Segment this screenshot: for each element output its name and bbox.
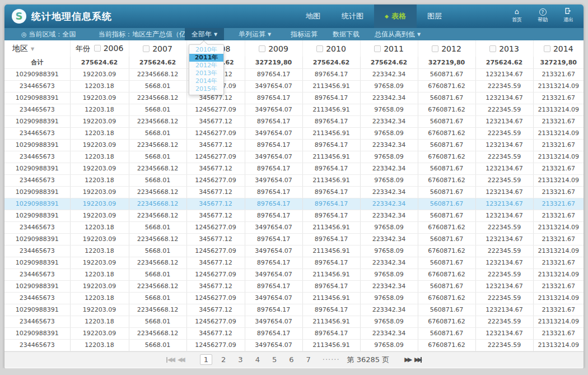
value-cell: 5668.01	[129, 221, 186, 233]
year-checkbox[interactable]	[316, 45, 323, 52]
year-filter-dropdown-button[interactable]: 全部年▼	[185, 28, 224, 40]
year-checkbox[interactable]	[374, 45, 381, 52]
table-row[interactable]: 10290988391192203.0922345668.12345677.12…	[4, 92, 584, 104]
table-row[interactable]: 23446567312203.185668.0112456277.0934976…	[4, 221, 584, 233]
table-row[interactable]: 10290988391192203.0922345668.12345677.12…	[4, 139, 584, 151]
page-number-button[interactable]: 5	[269, 355, 280, 364]
help-button[interactable]: ? 帮助	[533, 7, 552, 23]
home-button[interactable]: ⌂ 首页	[507, 7, 526, 23]
table-row[interactable]: 10290988391192203.0922345668.12345677.12…	[4, 233, 584, 245]
diamond-icon: ◆	[385, 13, 389, 19]
page-number-button[interactable]: 3	[235, 355, 246, 364]
next-page-button[interactable]: ▶▶	[404, 356, 410, 363]
value-cell: 345677.12	[186, 115, 245, 127]
table-row[interactable]: 10290988391192203.0922345668.12345677.12…	[4, 280, 584, 292]
prev-page-button[interactable]: ◀◀	[178, 356, 184, 363]
year-column-header[interactable]: 2014	[533, 40, 584, 57]
page-number-button[interactable]: 7	[302, 355, 314, 364]
value-cell: 345677.12	[186, 198, 245, 210]
region-cell: 234465673	[4, 151, 70, 163]
value-cell: 6760871.62	[418, 316, 475, 327]
year-checkbox[interactable]	[143, 45, 150, 52]
page-number-button[interactable]: 6	[286, 355, 297, 364]
value-cell: 192203.09	[70, 163, 129, 174]
value-cell: 97658.09	[360, 151, 418, 163]
nav-item-table[interactable]: ◆表格	[374, 4, 417, 28]
year-checkbox[interactable]	[259, 45, 265, 52]
app-window: S 统计地理信息系统 地图 统计图 ◆表格 图层 ⌂ 首页 ? 帮助 退出	[4, 4, 584, 368]
value-cell: 1232134.67	[475, 327, 533, 339]
table-row[interactable]: 10290988391192203.0922345668.12345677.12…	[4, 163, 584, 174]
value-cell: 21313214.09	[533, 221, 584, 233]
year-checkbox[interactable]	[489, 45, 496, 52]
home-icon: ⌂	[507, 7, 526, 16]
region-cell: 10290988391	[4, 92, 70, 104]
table-row[interactable]: 10290988391192203.0922345668.12345677.12…	[4, 304, 584, 316]
table-row[interactable]: 10290988391192203.0922345668.12345677.12…	[4, 115, 584, 127]
table-row[interactable]: 10290988391192203.0922345668.12345677.12…	[4, 68, 584, 80]
nav-item-chart[interactable]: 统计图	[331, 4, 374, 28]
table-row[interactable]: 23446567312203.185668.0112456277.0934976…	[4, 127, 584, 139]
table-row[interactable]: 23446567312203.185668.0112456277.0934976…	[4, 268, 584, 280]
table-row[interactable]: 10290988391192203.0922345668.12345677.12…	[4, 198, 584, 210]
menu-sort-order[interactable]: 总值从高到低▼	[375, 28, 421, 40]
year-column-header[interactable]: 2011	[360, 40, 418, 57]
menu-column-operation[interactable]: 单列运算▼	[239, 28, 271, 40]
value-cell: 6760871.62	[418, 151, 475, 163]
value-cell: 897654.17	[302, 280, 360, 292]
table-row[interactable]: 23446567312203.185668.0112456277.0934976…	[4, 151, 584, 163]
table-row[interactable]: 23446567312203.185668.0112456277.0934976…	[4, 104, 584, 115]
region-cell: 10290988391	[4, 257, 70, 268]
last-page-button[interactable]: ▶▶	[414, 356, 422, 363]
year-checkbox[interactable]	[544, 45, 550, 52]
page-number-button[interactable]: 1	[200, 354, 212, 365]
menu-indicator-operation[interactable]: 指标运算	[291, 28, 318, 40]
year-dropdown-option[interactable]: 2013年	[189, 70, 223, 77]
region-cell: 10290988391	[4, 210, 70, 221]
value-cell: 213321.67	[533, 115, 584, 127]
value-cell: 21313214.09	[533, 316, 584, 327]
year-checkbox[interactable]	[432, 45, 438, 52]
table-row[interactable]: 23446567312203.185668.0112456277.0934976…	[4, 339, 584, 351]
year-column-header[interactable]: 2013	[475, 40, 533, 57]
table-row[interactable]: 10290988391192203.0922345668.12345677.12…	[4, 257, 584, 268]
region-column-header[interactable]: 地区▼	[4, 40, 70, 57]
logout-label: 退出	[563, 17, 573, 22]
year-column-header[interactable]: 2010	[302, 40, 360, 57]
total-value-cell: 275624.62	[129, 57, 186, 68]
value-cell: 12456277.09	[186, 174, 245, 186]
year-checkbox[interactable]	[94, 45, 101, 52]
nav-item-layers[interactable]: 图层	[417, 4, 452, 28]
year-text: 2007	[152, 44, 172, 53]
year-dropdown-option[interactable]: 2012年	[189, 62, 223, 70]
table-row[interactable]: 23446567312203.185668.0112456277.0934976…	[4, 292, 584, 304]
value-cell: 560871.67	[418, 257, 475, 268]
year-dropdown-option[interactable]: 2015年	[189, 85, 223, 93]
menu-data-download[interactable]: 数据下载	[333, 28, 360, 40]
table-row[interactable]: 10290988391192203.0922345668.12345677.12…	[4, 210, 584, 221]
logout-button[interactable]: 退出	[559, 7, 578, 23]
table-row[interactable]: 23446567312203.185668.0112456277.0934976…	[4, 174, 584, 186]
year-dropdown-option[interactable]: 2010年	[189, 46, 223, 54]
year-column-header[interactable]: 2009	[245, 40, 302, 57]
data-table: 地区▼ 年份2006200720082009201020112012201320…	[4, 40, 584, 351]
year-column-header[interactable]: 2012	[418, 40, 475, 57]
first-page-button[interactable]: ◀◀	[166, 356, 174, 363]
year-dropdown-option[interactable]: 2014年	[189, 77, 223, 85]
page-number-button[interactable]: 2	[218, 355, 229, 364]
table-row[interactable]: 23446567312203.185668.0112456277.0934976…	[4, 80, 584, 92]
year-column-header[interactable]: 年份2006	[70, 40, 129, 57]
year-dropdown-option[interactable]: 2011年	[189, 54, 223, 62]
table-row[interactable]: 23446567312203.185668.0112456277.0934976…	[4, 316, 584, 327]
region-cell: 10290988391	[4, 186, 70, 198]
region-cell: 234465673	[4, 292, 70, 304]
value-cell: 560871.67	[418, 92, 475, 104]
value-cell: 12456277.09	[186, 316, 245, 327]
table-row[interactable]: 23446567312203.185668.0112456277.0934976…	[4, 245, 584, 257]
table-row[interactable]: 10290988391192203.0922345668.12345677.12…	[4, 327, 584, 339]
table-row[interactable]: 10290988391192203.0922345668.12345677.12…	[4, 186, 584, 198]
year-column-header[interactable]: 2007	[129, 40, 186, 57]
nav-item-map[interactable]: 地图	[295, 4, 331, 28]
value-cell: 12203.18	[70, 292, 129, 304]
page-number-button[interactable]: 4	[252, 355, 263, 364]
